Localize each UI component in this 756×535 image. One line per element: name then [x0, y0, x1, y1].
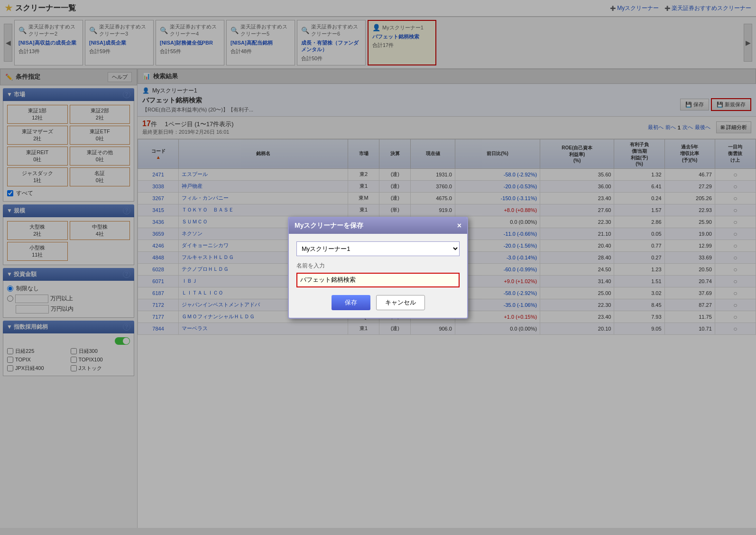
modal-save-button[interactable]: 保存 — [332, 295, 370, 310]
screener-select[interactable]: Myスクリーナー1 — [296, 241, 460, 256]
modal-body: Myスクリーナー1 名前を入力 保存 キャンセル — [289, 234, 467, 318]
modal-cancel-button[interactable]: キャンセル — [376, 295, 425, 310]
modal-overlay: Myスクリーナーを保存 × Myスクリーナー1 名前を入力 保存 キャンセル — [0, 0, 756, 528]
modal-close-button[interactable]: × — [457, 221, 461, 230]
modal-name-label: 名前を入力 — [296, 262, 460, 270]
save-modal: Myスクリーナーを保存 × Myスクリーナー1 名前を入力 保存 キャンセル — [288, 217, 468, 319]
modal-title: Myスクリーナーを保存 — [295, 221, 363, 230]
modal-buttons: 保存 キャンセル — [296, 295, 460, 310]
modal-header: Myスクリーナーを保存 × — [289, 218, 467, 234]
modal-name-input[interactable] — [296, 273, 460, 287]
